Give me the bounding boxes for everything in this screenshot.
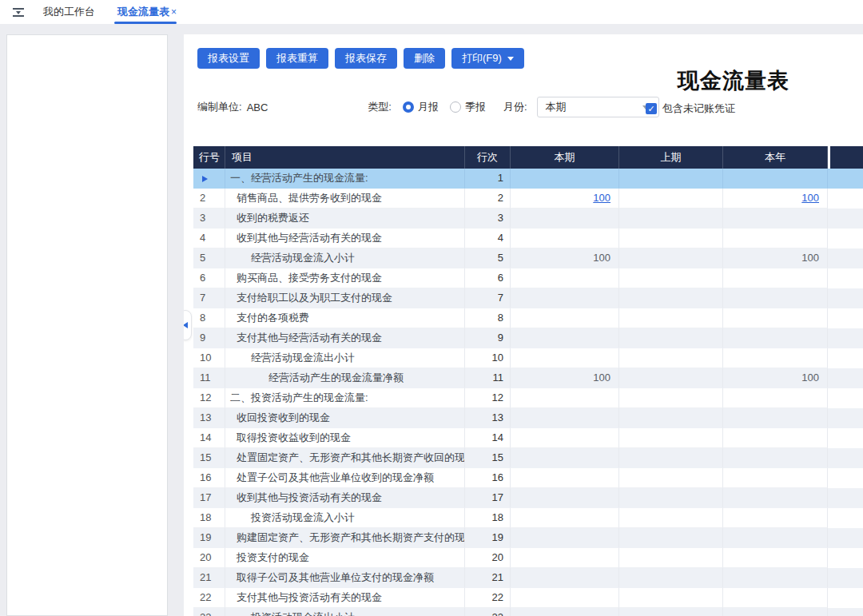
month-select[interactable]: 本期 bbox=[537, 97, 659, 117]
table-row[interactable]: 6购买商品、接受劳务支付的现金6 bbox=[193, 268, 863, 288]
item-cell: 支付给职工以及为职工支付的现金 bbox=[225, 288, 465, 308]
table-row[interactable]: 23投资活动现金流出小计23 bbox=[193, 608, 863, 616]
print-button[interactable]: 打印(F9) bbox=[451, 48, 524, 69]
item-cell: 一、经营活动产生的现金流量: bbox=[225, 169, 465, 189]
table-row[interactable]: 8支付的各项税费8 bbox=[193, 308, 863, 328]
current-period-cell bbox=[511, 468, 619, 488]
column-header-filler bbox=[828, 146, 863, 169]
previous-period-cell bbox=[619, 248, 723, 268]
row-number-cell: 10 bbox=[193, 348, 225, 368]
table-row[interactable]: 16处置子公司及其他营业单位收到的现金净额16 bbox=[193, 468, 863, 488]
column-header-3: 行次 bbox=[465, 146, 511, 169]
table-row[interactable]: 17收到其他与投资活动有关的现金17 bbox=[193, 488, 863, 508]
report-toolbar: 报表设置 报表重算 报表保存 删除 打印(F9) bbox=[197, 48, 524, 69]
tab-workbench[interactable]: 我的工作台 bbox=[32, 0, 106, 24]
previous-period-cell bbox=[619, 528, 723, 548]
current-year-cell: 100 bbox=[723, 248, 828, 268]
table-row[interactable]: 14取得投资收益收到的现金14 bbox=[193, 428, 863, 448]
radio-monthly[interactable]: 月报 bbox=[403, 100, 439, 114]
row-number-cell: 4 bbox=[193, 229, 225, 248]
current-year-cell bbox=[723, 229, 828, 248]
current-period-cell bbox=[511, 528, 619, 548]
report-recalculate-button[interactable]: 报表重算 bbox=[266, 48, 328, 69]
drill-down-link[interactable]: 100 bbox=[593, 192, 610, 204]
print-button-label: 打印(F9) bbox=[462, 52, 502, 64]
collapse-menu-icon[interactable] bbox=[13, 7, 24, 17]
current-period-cell: 100 bbox=[511, 248, 619, 268]
table-row[interactable]: 13收回投资收到的现金13 bbox=[193, 408, 863, 428]
line-number-cell: 22 bbox=[465, 588, 511, 608]
row-number-cell: 22 bbox=[193, 588, 225, 608]
current-year-cell bbox=[723, 209, 828, 229]
table-row[interactable]: 22支付其他与投资活动有关的现金22 bbox=[193, 588, 863, 608]
table-row[interactable]: 20投资支付的现金20 bbox=[193, 548, 863, 568]
column-header-6: 本年 bbox=[723, 146, 828, 169]
previous-period-cell bbox=[619, 508, 723, 528]
line-number-cell: 10 bbox=[465, 348, 511, 368]
line-number-cell: 16 bbox=[465, 468, 511, 488]
current-year-cell bbox=[723, 548, 828, 568]
line-number-cell: 13 bbox=[465, 408, 511, 428]
table-row[interactable]: 一、经营活动产生的现金流量:1 bbox=[193, 169, 863, 189]
unit-value: ABC bbox=[247, 101, 268, 113]
table-row[interactable]: 15处置固定资产、无形资产和其他长期资产收回的现金...15 bbox=[193, 448, 863, 468]
table-row[interactable]: 11经营活动产生的现金流量净额11100100 bbox=[193, 368, 863, 388]
current-period-cell bbox=[511, 209, 619, 229]
report-title: 现金流量表 bbox=[606, 66, 861, 95]
table-row[interactable]: 7支付给职工以及为职工支付的现金7 bbox=[193, 288, 863, 308]
column-header-2: 项目 bbox=[225, 146, 465, 169]
item-cell: 收到其他与投资活动有关的现金 bbox=[225, 488, 465, 508]
table-row[interactable]: 19购建固定资产、无形资产和其他长期资产支付的现金19 bbox=[193, 528, 863, 548]
filters-row: 编制单位: ABC 类型: 月报 季报 月份: 本期 bbox=[197, 98, 659, 116]
row-number-cell: 13 bbox=[193, 408, 225, 428]
panel-collapse-handle[interactable] bbox=[184, 310, 192, 340]
column-header-5: 上期 bbox=[619, 146, 723, 169]
line-number-cell: 9 bbox=[465, 328, 511, 348]
row-number-cell: 14 bbox=[193, 428, 225, 448]
current-period-cell bbox=[511, 408, 619, 428]
table-row[interactable]: 4收到其他与经营活动有关的现金4 bbox=[193, 229, 863, 248]
radio-quarterly[interactable]: 季报 bbox=[450, 100, 486, 114]
drill-down-link[interactable]: 100 bbox=[801, 192, 819, 204]
previous-period-cell bbox=[619, 548, 723, 568]
column-header-1: 行号 bbox=[193, 146, 225, 169]
current-period-cell bbox=[511, 268, 619, 288]
previous-period-cell bbox=[619, 588, 723, 608]
table-row[interactable]: 21取得子公司及其他营业单位支付的现金净额21 bbox=[193, 568, 863, 588]
line-number-cell: 14 bbox=[465, 428, 511, 448]
tab-cashflow[interactable]: 现金流量表× bbox=[106, 0, 188, 24]
line-number-cell: 3 bbox=[465, 209, 511, 229]
line-number-cell: 15 bbox=[465, 448, 511, 468]
current-period-cell bbox=[511, 488, 619, 508]
table-row[interactable]: 12二、投资活动产生的现金流量:12 bbox=[193, 388, 863, 408]
table-row[interactable]: 3收到的税费返还3 bbox=[193, 209, 863, 229]
previous-period-cell bbox=[619, 308, 723, 328]
workspace: 报表设置 报表重算 报表保存 删除 打印(F9) 现金流量表 编制单位: ABC… bbox=[0, 24, 863, 616]
line-number-cell: 17 bbox=[465, 488, 511, 508]
current-year-cell bbox=[723, 568, 828, 588]
current-year-cell bbox=[723, 308, 828, 328]
checkbox-checked-icon[interactable]: ✓ bbox=[646, 103, 657, 114]
item-cell: 收到的税费返还 bbox=[225, 209, 465, 229]
report-save-button[interactable]: 报表保存 bbox=[335, 48, 397, 69]
item-cell: 支付其他与投资活动有关的现金 bbox=[225, 588, 465, 608]
table-row[interactable]: 18投资活动现金流入小计18 bbox=[193, 508, 863, 528]
type-radio-group: 类型: 月报 季报 bbox=[368, 100, 486, 114]
table-row[interactable]: 10经营活动现金流出小计10 bbox=[193, 348, 863, 368]
line-number-cell: 20 bbox=[465, 548, 511, 568]
table-row[interactable]: 5经营活动现金流入小计5100100 bbox=[193, 248, 863, 268]
current-period-cell bbox=[511, 508, 619, 528]
tab-close-icon[interactable]: × bbox=[171, 6, 177, 18]
table-row[interactable]: 9支付其他与经营活动有关的现金9 bbox=[193, 328, 863, 348]
month-label: 月份: bbox=[503, 100, 527, 114]
line-number-cell: 5 bbox=[465, 248, 511, 268]
previous-period-cell bbox=[619, 189, 723, 209]
current-year-cell: 100 bbox=[723, 368, 828, 388]
table-row[interactable]: 2销售商品、提供劳务收到的现金2100100 bbox=[193, 189, 863, 209]
row-number-cell: 2 bbox=[193, 189, 225, 209]
delete-button[interactable]: 删除 bbox=[404, 48, 445, 69]
report-settings-button[interactable]: 报表设置 bbox=[197, 48, 260, 69]
include-unposted-option[interactable]: ✓ 包含未记账凭证 bbox=[646, 101, 735, 116]
line-number-cell: 6 bbox=[465, 268, 511, 288]
line-number-cell: 21 bbox=[465, 568, 511, 588]
